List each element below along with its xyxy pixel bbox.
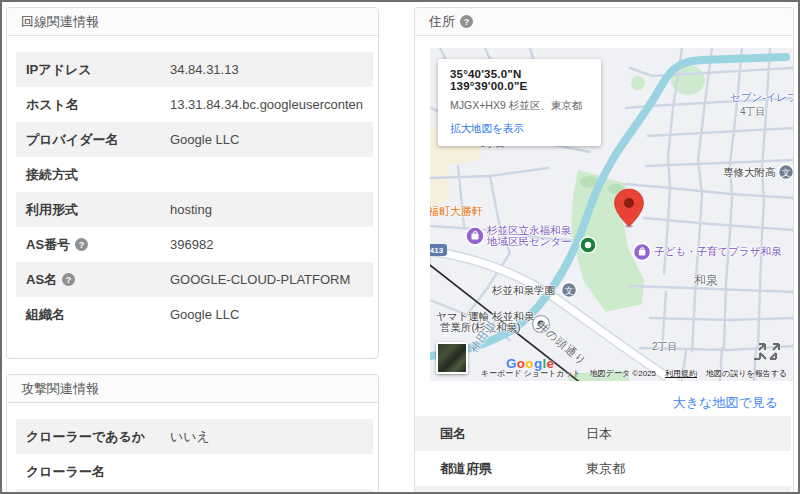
address-card-title: 住所 [429, 13, 455, 31]
row-value: 396982 [170, 237, 363, 252]
table-row [16, 489, 373, 494]
row-label-text: AS番号 [26, 236, 70, 254]
yamato-poi-icon[interactable] [533, 316, 550, 333]
row-value: Google LLC [170, 132, 363, 147]
park-poi-icon[interactable] [580, 237, 596, 253]
satellite-layer-toggle[interactable] [436, 342, 468, 374]
row-value: いいえ [170, 428, 363, 446]
row-label: 都道府県 [440, 460, 586, 478]
address-card: 住所 ? [414, 7, 794, 494]
community-center-poi-icon[interactable] [466, 227, 484, 245]
table-row: 都道府県 東京都 [415, 451, 791, 486]
table-row: AS名 ? GOOGLE-CLOUD-PLATFORM [16, 262, 373, 297]
school-poi-icon[interactable]: 文 [779, 165, 794, 180]
line-info-card: 回線関連情報 IPアドレス 34.84.31.13 ホスト名 13.31.84.… [6, 7, 379, 359]
park-area [631, 76, 645, 90]
attack-info-card-header: 攻撃関連情報 [7, 375, 378, 403]
page: 回線関連情報 IPアドレス 34.84.31.13 ホスト名 13.31.84.… [0, 0, 800, 494]
coordinates-text: 35°40'35.0"N 139°39'00.0"E [450, 68, 589, 92]
table-row: ホスト名 13.31.84.34.bc.googleusercontent.co… [16, 87, 373, 122]
table-row: 利用形式 hosting [16, 192, 373, 227]
line-info-card-title: 回線関連情報 [21, 13, 99, 31]
address-card-header: 住所 ? [415, 8, 793, 36]
open-large-map-link[interactable]: 大きな地図で見る [430, 389, 791, 416]
attack-info-card-title: 攻撃関連情報 [21, 380, 99, 398]
svg-text:文: 文 [565, 286, 574, 296]
row-label: AS名 ? [26, 271, 170, 289]
report-map-error-link[interactable]: 地図の誤りを報告する [706, 368, 787, 379]
row-label: 国名 [440, 425, 586, 443]
table-row: IPアドレス 34.84.31.13 [16, 52, 373, 87]
table-row [415, 486, 791, 494]
row-label: AS番号 ? [26, 236, 170, 254]
table-row: プロバイダー名 Google LLC [16, 122, 373, 157]
line-info-table: IPアドレス 34.84.31.13 ホスト名 13.31.84.34.bc.g… [16, 52, 373, 332]
row-value: GOOGLE-CLOUD-PLATFORM [170, 272, 363, 287]
map-attribution: キーボード ショートカット 地図データ ©2025 利用規約 地図の誤りを報告す… [481, 368, 787, 379]
table-row: 組織名 Google LLC [16, 297, 373, 332]
table-row: AS番号 ? 396982 [16, 227, 373, 262]
keyboard-shortcuts-button[interactable]: キーボード ショートカット [481, 368, 581, 379]
school-poi-icon[interactable]: 文 [562, 283, 577, 298]
row-value: Google LLC [170, 307, 363, 322]
row-value: 34.84.31.13 [170, 62, 363, 77]
children-plaza-poi-icon[interactable] [634, 244, 651, 261]
help-icon[interactable]: ? [460, 15, 473, 28]
row-label: プロバイダー名 [26, 131, 170, 149]
row-label: クローラー名 [26, 463, 170, 481]
row-value: hosting [170, 202, 363, 217]
row-label: 組織名 [26, 306, 170, 324]
table-row: クローラーであるか いいえ [16, 419, 373, 454]
svg-text:文: 文 [782, 168, 791, 178]
help-icon[interactable]: ? [75, 238, 88, 251]
row-label: IPアドレス [26, 61, 170, 79]
help-icon[interactable]: ? [62, 273, 75, 286]
google-map-embed[interactable]: 文 文 [430, 48, 793, 381]
row-value: 13.31.84.34.bc.googleusercontent.com [170, 97, 363, 112]
plus-code-text: MJGX+HX9 杉並区、東京都 [450, 99, 589, 113]
terms-link[interactable]: 利用規約 [665, 368, 697, 379]
row-label: 利用形式 [26, 201, 170, 219]
row-label-text: AS名 [26, 271, 57, 289]
attack-info-table: クローラーであるか いいえ クローラー名 [16, 419, 373, 494]
line-info-card-header: 回線関連情報 [7, 8, 378, 36]
table-row: クローラー名 [16, 454, 373, 489]
table-row: 接続方式 [16, 157, 373, 192]
row-label: 接続方式 [26, 166, 170, 184]
address-table: 国名 日本 都道府県 東京都 [415, 416, 791, 494]
row-label: クローラーであるか [26, 428, 170, 446]
table-row: 国名 日本 [415, 416, 791, 451]
row-value: 東京都 [586, 460, 781, 478]
view-larger-map-link[interactable]: 拡大地図を表示 [450, 122, 589, 136]
map-data-text: 地図データ ©2025 [590, 368, 656, 379]
row-label: ホスト名 [26, 96, 170, 114]
route-badge: 413 [430, 244, 447, 256]
map-info-card: 35°40'35.0"N 139°39'00.0"E MJGX+HX9 杉並区、… [438, 59, 601, 146]
row-value: 日本 [586, 425, 781, 443]
attack-info-card: 攻撃関連情報 クローラーであるか いいえ クローラー名 [6, 374, 379, 494]
